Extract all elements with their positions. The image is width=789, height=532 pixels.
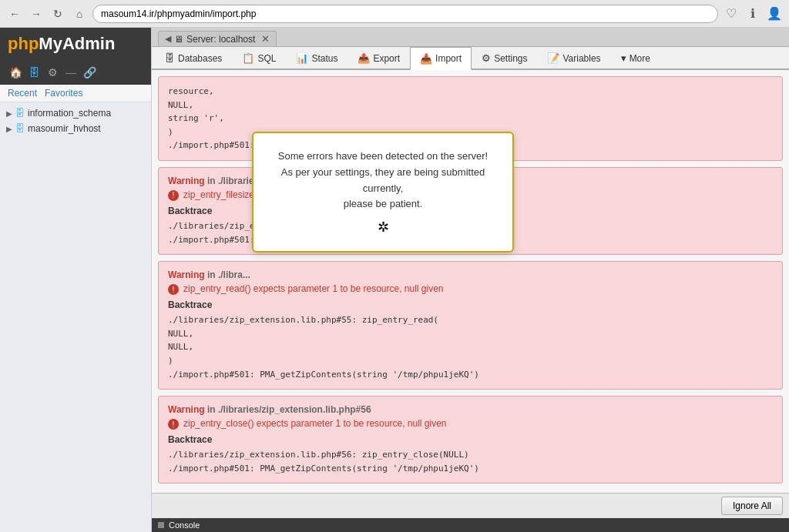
error4-title: Warning in ./libraries/zip_extension.lib… xyxy=(168,404,773,415)
tab-export[interactable]: 📤 Export xyxy=(347,47,410,69)
home-button[interactable]: ⌂ xyxy=(71,5,88,22)
tab-variables[interactable]: 📝 Variables xyxy=(537,47,610,69)
bookmark-button[interactable]: ♡ xyxy=(723,5,740,22)
browser-chrome: ← → ↻ ⌂ ♡ ℹ 👤 xyxy=(0,0,789,28)
tab-sql[interactable]: 📋 SQL xyxy=(232,47,286,69)
tab-settings[interactable]: ⚙ Settings xyxy=(472,47,537,69)
error3-line: ! zip_entry_read() expects parameter 1 t… xyxy=(168,283,773,295)
error-icon-4: ! xyxy=(168,419,179,430)
tab-import[interactable]: 📥 Import xyxy=(410,47,472,70)
ignore-all-button[interactable]: Ignore All xyxy=(721,497,783,515)
loading-spinner: ✲ xyxy=(378,219,389,236)
warning-word-4: Warning xyxy=(168,404,205,415)
content-area: resource, NULL, string 'r', ) ./import.p… xyxy=(152,70,789,493)
tabs-row: 🗄 Databases 📋 SQL 📊 Status 📤 Export 📥 Im… xyxy=(152,47,789,70)
logo-php: php xyxy=(8,34,39,53)
tab-sql-label: SQL xyxy=(257,53,276,64)
error3-filepath: in ./libra... xyxy=(207,269,250,280)
error3-msg: zip_entry_read() expects parameter 1 to … xyxy=(183,283,444,294)
tab-more[interactable]: ▾ More xyxy=(611,47,660,69)
recent-link[interactable]: Recent xyxy=(8,88,37,99)
error3-title: Warning in ./libra... xyxy=(168,269,773,280)
tab-bar-header: ◀ 🖥 Server: localhost ✕ xyxy=(152,28,789,47)
settings-icon-btn[interactable]: ⚙ xyxy=(45,65,60,80)
sidebar-links: Recent Favorites xyxy=(0,85,151,102)
error4-filepath: in ./libraries/zip_extension.lib.php#56 xyxy=(207,404,371,415)
logo-myadmin: MyAdmin xyxy=(39,34,115,53)
logo-text: phpMyAdmin xyxy=(8,34,143,54)
tab-export-label: Export xyxy=(373,53,400,64)
tab-databases-label: Databases xyxy=(178,53,222,64)
tree-arrow-2: ▶ xyxy=(6,125,12,133)
minus-icon-btn[interactable]: — xyxy=(63,65,79,80)
back-button[interactable]: ← xyxy=(6,5,23,22)
sidebar-tree: ▶ 🗄 information_schema ▶ 🗄 masoumir_hvho… xyxy=(0,102,151,532)
tooltip-line1: Some errors have been detected on the se… xyxy=(278,150,488,162)
error-icon-2: ! xyxy=(168,190,179,201)
backtrace-title-4: Backtrace xyxy=(168,434,773,445)
error4-msg: zip_entry_close() expects parameter 1 to… xyxy=(183,418,447,429)
main-content: ◀ 🖥 Server: localhost ✕ 🗄 Databases 📋 SQ… xyxy=(152,28,789,532)
tab-status[interactable]: 📊 Status xyxy=(286,47,347,69)
console-label: Console xyxy=(169,520,200,530)
server-label: ◀ 🖥 Server: localhost ✕ xyxy=(158,31,277,46)
pma-logo: phpMyAdmin xyxy=(0,28,151,60)
import-icon: 📥 xyxy=(420,53,432,65)
error-block-4: Warning in ./libraries/zip_extension.lib… xyxy=(158,396,783,483)
tab-settings-label: Settings xyxy=(494,53,527,64)
tab-databases[interactable]: 🗄 Databases xyxy=(155,47,232,69)
tab-variables-label: Variables xyxy=(562,53,600,64)
db-icon-1: 🗄 xyxy=(15,108,25,119)
sidebar: phpMyAdmin 🏠 🗄 ⚙ — 🔗 Recent Favorites ▶ … xyxy=(0,28,152,532)
address-bar[interactable] xyxy=(92,5,718,23)
server-label-text: Server: localhost xyxy=(186,34,255,45)
error4-backtrace: ./libraries/zip_extension.lib.php#56: zi… xyxy=(168,448,773,475)
error4-line: ! zip_entry_close() expects parameter 1 … xyxy=(168,418,773,430)
server-icon: 🖥 xyxy=(174,34,183,45)
console-bar[interactable]: Console xyxy=(152,518,789,532)
tab-import-label: Import xyxy=(435,53,462,64)
tree-item-information-schema[interactable]: ▶ 🗄 information_schema xyxy=(0,105,151,121)
tree-label-1: information_schema xyxy=(28,108,111,119)
error3-backtrace: ./libraries/zip_extension.lib.php#55: zi… xyxy=(168,313,773,381)
db-icon-2: 🗄 xyxy=(15,123,25,134)
info-button[interactable]: ℹ xyxy=(744,5,761,22)
tab-status-label: Status xyxy=(311,53,337,64)
error-block-3: Warning in ./libra... ! zip_entry_read()… xyxy=(158,261,783,390)
tooltip-line2: As per your settings, they are being sub… xyxy=(281,166,485,194)
export-icon: 📤 xyxy=(358,52,370,64)
tree-label-2: masoumir_hvhost xyxy=(28,123,101,134)
app-container: phpMyAdmin 🏠 🗄 ⚙ — 🔗 Recent Favorites ▶ … xyxy=(0,28,789,532)
error-icon-3: ! xyxy=(168,284,179,295)
favorites-link[interactable]: Favorites xyxy=(45,88,82,99)
bottom-bar: Ignore All xyxy=(152,493,789,518)
console-dot xyxy=(158,522,164,528)
sql-icon: 📋 xyxy=(242,52,254,64)
collapse-btn[interactable]: ◀ xyxy=(165,34,171,44)
tree-item-masoumir[interactable]: ▶ 🗄 masoumir_hvhost xyxy=(0,121,151,136)
close-btn[interactable]: ✕ xyxy=(261,33,270,45)
tree-arrow-1: ▶ xyxy=(6,109,12,118)
tooltip-overlay: Some errors have been detected on the se… xyxy=(252,132,514,253)
warning-word-3: Warning xyxy=(168,269,205,280)
more-chevron-icon: ▾ xyxy=(621,52,626,64)
ext-icon-btn[interactable]: 🔗 xyxy=(82,65,97,80)
settings-tab-icon: ⚙ xyxy=(482,52,491,64)
db-icon-btn[interactable]: 🗄 xyxy=(26,65,42,80)
status-icon: 📊 xyxy=(296,52,308,64)
home-icon-btn[interactable]: 🏠 xyxy=(8,65,23,80)
tooltip-text: Some errors have been detected on the se… xyxy=(272,149,494,212)
forward-button[interactable]: → xyxy=(28,5,45,22)
tooltip-line3: please be patient. xyxy=(344,198,423,209)
account-button[interactable]: 👤 xyxy=(766,5,783,22)
reload-button[interactable]: ↻ xyxy=(49,5,66,22)
sidebar-icons: 🏠 🗄 ⚙ — 🔗 xyxy=(0,60,151,85)
warning-word-2: Warning xyxy=(168,176,205,186)
tab-more-label: More xyxy=(630,53,650,64)
backtrace-title-3: Backtrace xyxy=(168,299,773,310)
variables-icon: 📝 xyxy=(547,52,559,64)
databases-icon: 🗄 xyxy=(165,52,175,64)
